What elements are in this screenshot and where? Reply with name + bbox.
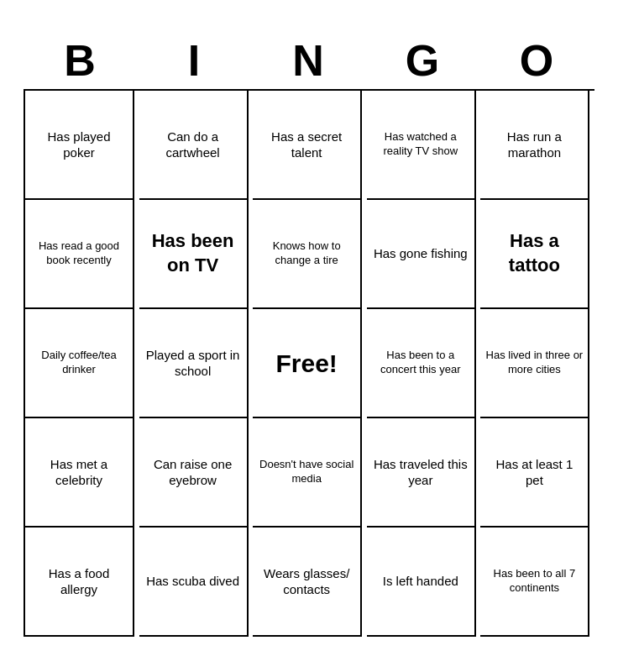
- bingo-cell-22[interactable]: Wears glasses/ contacts: [253, 528, 362, 637]
- bingo-cell-16[interactable]: Can raise one eyebrow: [139, 418, 249, 528]
- cell-text-3: Has watched a reality TV show: [372, 130, 469, 159]
- cell-text-23: Is left handed: [383, 573, 458, 590]
- bingo-cell-17[interactable]: Doesn't have social media: [253, 418, 362, 528]
- bingo-cell-8[interactable]: Has gone fishing: [367, 200, 476, 309]
- bingo-letter-i: I: [140, 35, 249, 86]
- cell-text-12: Free!: [276, 347, 338, 380]
- bingo-cell-9[interactable]: Has a tattoo: [480, 200, 589, 309]
- bingo-cell-13[interactable]: Has been to a concert this year: [367, 309, 476, 418]
- bingo-cell-12[interactable]: Free!: [253, 309, 362, 418]
- cell-text-22: Wears glasses/ contacts: [258, 565, 355, 598]
- bingo-cell-18[interactable]: Has traveled this year: [367, 418, 476, 528]
- bingo-cell-5[interactable]: Has read a good book recently: [25, 200, 134, 309]
- cell-text-11: Played a sport in school: [144, 347, 242, 380]
- bingo-letter-n: N: [254, 35, 364, 86]
- bingo-cell-2[interactable]: Has a secret talent: [253, 91, 362, 200]
- cell-text-9: Has a tattoo: [485, 229, 583, 277]
- bingo-cell-20[interactable]: Has a food allergy: [25, 528, 134, 637]
- bingo-cell-0[interactable]: Has played poker: [25, 91, 134, 200]
- cell-text-18: Has traveled this year: [372, 456, 469, 489]
- cell-text-13: Has been to a concert this year: [372, 349, 469, 377]
- bingo-header: BINGO: [24, 35, 594, 86]
- bingo-cell-14[interactable]: Has lived in three or more cities: [480, 309, 589, 418]
- cell-text-14: Has lived in three or more cities: [485, 349, 583, 377]
- bingo-letter-b: B: [26, 35, 135, 86]
- cell-text-21: Has scuba dived: [146, 573, 239, 590]
- bingo-cell-3[interactable]: Has watched a reality TV show: [367, 91, 476, 200]
- cell-text-5: Has read a good book recently: [30, 239, 128, 268]
- bingo-letter-o: O: [483, 35, 592, 86]
- bingo-grid: Has played pokerCan do a cartwheelHas a …: [24, 89, 594, 637]
- bingo-letter-g: G: [369, 35, 478, 86]
- cell-text-15: Has met a celebrity: [30, 456, 128, 489]
- cell-text-19: Has at least 1 pet: [485, 456, 583, 489]
- cell-text-10: Daily coffee/tea drinker: [30, 349, 128, 377]
- bingo-cell-15[interactable]: Has met a celebrity: [25, 418, 134, 528]
- bingo-cell-10[interactable]: Daily coffee/tea drinker: [25, 309, 134, 418]
- bingo-cell-23[interactable]: Is left handed: [367, 528, 476, 637]
- cell-text-17: Doesn't have social media: [258, 458, 355, 486]
- bingo-cell-1[interactable]: Can do a cartwheel: [139, 91, 249, 200]
- cell-text-6: Has been on TV: [144, 229, 242, 277]
- bingo-card: BINGO Has played pokerCan do a cartwheel…: [15, 27, 603, 645]
- bingo-cell-24[interactable]: Has been to all 7 continents: [480, 528, 589, 637]
- cell-text-0: Has played poker: [30, 129, 128, 161]
- bingo-cell-4[interactable]: Has run a marathon: [480, 91, 589, 200]
- bingo-cell-6[interactable]: Has been on TV: [139, 200, 249, 309]
- cell-text-20: Has a food allergy: [30, 565, 128, 598]
- bingo-cell-7[interactable]: Knows how to change a tire: [253, 200, 362, 309]
- bingo-cell-21[interactable]: Has scuba dived: [139, 528, 249, 637]
- bingo-cell-19[interactable]: Has at least 1 pet: [480, 418, 589, 528]
- cell-text-1: Can do a cartwheel: [144, 129, 242, 161]
- cell-text-16: Can raise one eyebrow: [144, 456, 242, 489]
- cell-text-7: Knows how to change a tire: [258, 239, 355, 268]
- cell-text-24: Has been to all 7 continents: [485, 567, 583, 596]
- cell-text-8: Has gone fishing: [374, 245, 468, 262]
- cell-text-2: Has a secret talent: [258, 129, 355, 161]
- bingo-cell-11[interactable]: Played a sport in school: [139, 309, 249, 418]
- cell-text-4: Has run a marathon: [485, 129, 583, 161]
